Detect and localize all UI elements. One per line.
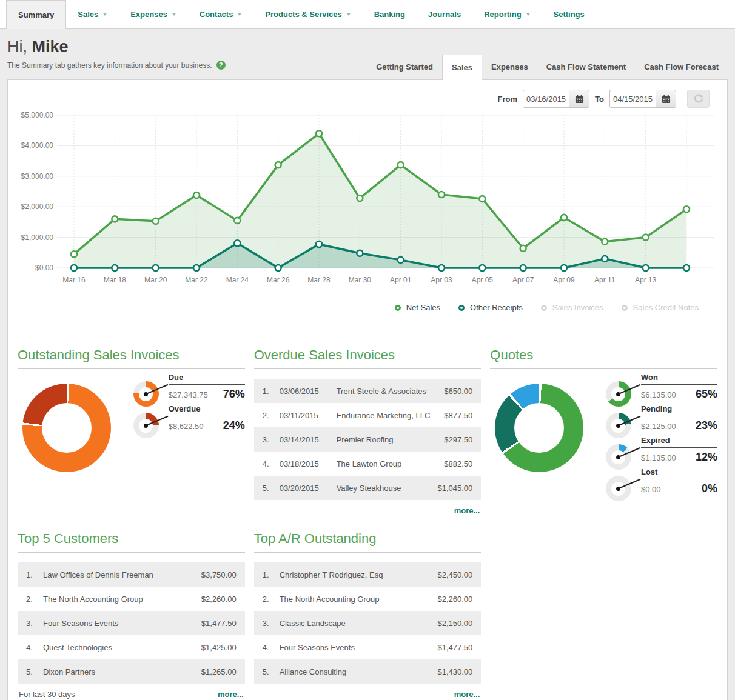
- donut-legend-item-expired: Expired$1,135.0012%: [606, 436, 717, 467]
- table-row[interactable]: 3.Four Seasons Events$1,477.50: [18, 611, 245, 635]
- to-calendar-button[interactable]: [656, 90, 676, 108]
- table-row[interactable]: 5.03/20/2015Valley Steakhouse$1,045.00: [254, 476, 482, 500]
- table-row[interactable]: 3.Classic Landscape$2,150.00: [254, 611, 482, 635]
- quotes-donut-legend: Won$6,135.0065%Pending$2,125.0023%Expire…: [606, 373, 717, 499]
- nav-item-label: Journals: [428, 10, 461, 19]
- nav-item-summary[interactable]: Summary: [6, 0, 66, 29]
- nav-item-expenses[interactable]: Expenses▼: [119, 0, 188, 28]
- table-row[interactable]: 2.The North Accounting Group$2,260.00: [254, 587, 482, 611]
- tab-sales[interactable]: Sales: [442, 55, 482, 80]
- legend-label: Other Receipts: [470, 303, 523, 312]
- nav-item-products-services[interactable]: Products & Services▼: [253, 0, 362, 28]
- help-icon[interactable]: ?: [216, 61, 226, 70]
- segment-amount: $8,622.50: [169, 422, 204, 431]
- from-calendar-button[interactable]: [569, 90, 589, 108]
- row-name: Trent Steele & Associates: [337, 387, 445, 396]
- legend-item-net-sales[interactable]: Net Sales: [395, 303, 440, 312]
- table-row[interactable]: 1.03/06/2015Trent Steele & Associates$65…: [254, 379, 482, 403]
- top-ar-more-link[interactable]: more...: [454, 690, 480, 699]
- table-row[interactable]: 3.03/14/2015Premier Roofing$297.50: [254, 427, 482, 452]
- row-number: 1.: [26, 570, 43, 579]
- row-name: The North Accounting Group: [280, 595, 438, 604]
- nav-item-banking[interactable]: Banking: [363, 0, 417, 28]
- to-date-input[interactable]: [609, 90, 656, 108]
- table-row[interactable]: 1.Law Offices of Dennis Freeman$3,750.00: [18, 562, 245, 587]
- row-name: Christopher T Rodriguez, Esq: [280, 570, 438, 579]
- row-name: Law Offices of Dennis Freeman: [43, 570, 201, 579]
- row-amount: $1,045.00: [437, 484, 472, 493]
- tab-cash-flow-statement[interactable]: Cash Flow Statement: [537, 55, 635, 79]
- nav-item-settings[interactable]: Settings: [542, 0, 596, 28]
- top-navigation: SummarySales▼Expenses▼Contacts▼Products …: [0, 0, 735, 29]
- outstanding-donut-chart: [22, 384, 111, 472]
- row-amount: $3,750.00: [201, 570, 237, 579]
- table-row[interactable]: 5.Alliance Consulting$1,430.00: [254, 659, 482, 684]
- svg-text:Mar 20: Mar 20: [144, 276, 167, 284]
- panel-title: Overdue Sales Invoices: [254, 347, 482, 363]
- page-header: Hi, Mike The Summary tab gathers key inf…: [0, 29, 735, 79]
- divider: [254, 368, 482, 369]
- nav-item-label: Summary: [18, 10, 54, 19]
- segment-label: Lost: [641, 467, 717, 479]
- segment-amount: $2,125.00: [641, 422, 676, 431]
- nav-item-label: Products & Services: [265, 10, 341, 19]
- legend-label: Net Sales: [406, 303, 440, 312]
- table-row[interactable]: 2.The North Accounting Group$2,260.00: [18, 587, 245, 611]
- top-customers-more-link[interactable]: more...: [218, 690, 244, 699]
- table-row[interactable]: 4.Quest Technologies$1,425.00: [18, 635, 245, 659]
- svg-text:$2,000.00: $2,000.00: [21, 202, 54, 211]
- chevron-down-icon: ▼: [346, 12, 352, 17]
- from-date-input[interactable]: [523, 90, 569, 108]
- row-name: Alliance Consulting: [280, 667, 438, 676]
- svg-text:$5,000.00: $5,000.00: [21, 111, 54, 119]
- segment-label: Expired: [641, 436, 717, 448]
- row-amount: $2,260.00: [437, 595, 472, 604]
- refresh-button[interactable]: [687, 90, 710, 108]
- legend-item-sales-invoices[interactable]: Sales Invoices: [541, 303, 603, 312]
- table-row[interactable]: 4.03/18/2015The Lawton Group$882.50: [254, 452, 482, 476]
- legend-ring-icon: [458, 305, 465, 311]
- nav-item-sales[interactable]: Sales▼: [66, 0, 119, 28]
- calendar-icon: [575, 95, 584, 104]
- table-row[interactable]: 1.Christopher T Rodriguez, Esq$2,450.00: [254, 562, 482, 587]
- segment-label: Overdue: [169, 404, 245, 416]
- calendar-icon: [662, 95, 671, 104]
- overdue-invoices-list: 1.03/06/2015Trent Steele & Associates$65…: [254, 379, 482, 500]
- row-amount: $2,150.00: [437, 619, 472, 628]
- table-row[interactable]: 2.03/11/2015Endurance Marketing, LLC$877…: [254, 403, 482, 427]
- legend-item-other-receipts[interactable]: Other Receipts: [458, 303, 523, 312]
- divider: [18, 552, 245, 553]
- overdue-more-link[interactable]: more...: [454, 506, 480, 515]
- row-name: Valley Steakhouse: [337, 484, 438, 493]
- tab-getting-started[interactable]: Getting Started: [367, 55, 442, 79]
- table-row[interactable]: 4.Four Seasons Events$1,477.50: [254, 635, 482, 659]
- nav-item-label: Reporting: [484, 10, 521, 19]
- tab-expenses[interactable]: Expenses: [482, 55, 537, 79]
- panel-quotes: Quotes Won$6,135.0065%Pending$2,125.0023…: [490, 347, 717, 515]
- quotes-donut-chart: [495, 384, 583, 472]
- row-date: 03/20/2015: [280, 484, 337, 493]
- nav-item-label: Expenses: [130, 10, 167, 19]
- segment-percentage: 65%: [696, 388, 717, 401]
- nav-item-journals[interactable]: Journals: [417, 0, 472, 28]
- legend-item-sales-credit-notes[interactable]: Sales Credit Notes: [622, 303, 699, 312]
- row-amount: $1,425.00: [201, 643, 237, 652]
- row-name: Premier Roofing: [337, 435, 445, 444]
- svg-text:$3,000.00: $3,000.00: [21, 172, 54, 181]
- nav-item-reporting[interactable]: Reporting▼: [472, 0, 542, 28]
- segment-percentage: 24%: [223, 419, 245, 432]
- legend-ring-icon: [622, 305, 628, 311]
- table-row[interactable]: 5.Dixon Partners$1,265.00: [18, 659, 245, 684]
- row-number: 5.: [263, 484, 280, 493]
- tab-cash-flow-forecast[interactable]: Cash Flow Forecast: [635, 55, 728, 79]
- svg-text:Mar 30: Mar 30: [349, 276, 372, 284]
- svg-text:Mar 28: Mar 28: [307, 276, 331, 284]
- divider: [18, 368, 245, 369]
- panel-title: Top 5 Customers: [18, 531, 245, 547]
- legend-label: Sales Invoices: [552, 303, 603, 312]
- divider: [254, 552, 482, 553]
- nav-item-contacts[interactable]: Contacts▼: [188, 0, 254, 28]
- nav-item-label: Banking: [374, 10, 405, 19]
- row-name: Four Seasons Events: [280, 643, 438, 652]
- segment-amount: $1,135.00: [641, 453, 676, 462]
